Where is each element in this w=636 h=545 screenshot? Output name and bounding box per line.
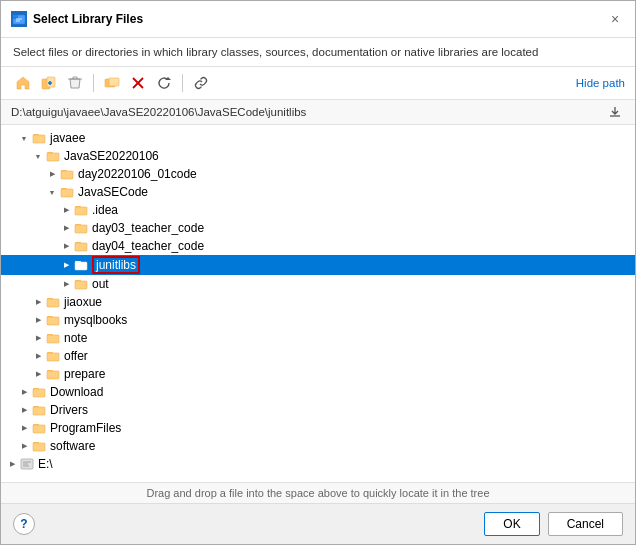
tree-label-prepare: prepare [64, 367, 105, 381]
tree-item-day04_teacher_code[interactable]: day04_teacher_code [1, 237, 635, 255]
path-action-button[interactable] [605, 102, 625, 122]
svg-rect-14 [47, 153, 59, 161]
svg-rect-28 [75, 281, 87, 289]
help-button[interactable]: ? [13, 513, 35, 535]
chevron-out [59, 277, 73, 291]
svg-rect-18 [61, 189, 73, 197]
ok-button[interactable]: OK [484, 512, 539, 536]
svg-rect-12 [33, 135, 45, 143]
chevron-javase20220106 [31, 149, 45, 163]
refresh-button[interactable] [152, 71, 176, 95]
svg-rect-42 [33, 407, 45, 415]
tree-label-programfiles: ProgramFiles [50, 421, 121, 435]
svg-rect-36 [47, 353, 59, 361]
svg-rect-30 [47, 299, 59, 307]
chevron-junitlibs [59, 258, 73, 272]
home-folder-button[interactable] [11, 71, 35, 95]
tree-item-javaee[interactable]: javaee [1, 129, 635, 147]
folder-icon-out [73, 276, 89, 292]
tree-label-day20220106_01code: day20220106_01code [78, 167, 197, 181]
title-bar: Select Library Files × [1, 1, 635, 38]
svg-rect-38 [47, 371, 59, 379]
tree-label-day04_teacher_code: day04_teacher_code [92, 239, 204, 253]
tree-label-day03_teacher_code: day03_teacher_code [92, 221, 204, 235]
svg-rect-34 [47, 335, 59, 343]
folder-icon-eroot [19, 456, 35, 472]
tree-item-idea[interactable]: .idea [1, 201, 635, 219]
chevron-jiaoxue [31, 295, 45, 309]
chevron-javaee [17, 131, 31, 145]
tree-item-out[interactable]: out [1, 275, 635, 293]
tree-item-javase20220106[interactable]: JavaSE20220106 [1, 147, 635, 165]
folder-icon-jiaoxue [45, 294, 61, 310]
tree-item-software[interactable]: software [1, 437, 635, 455]
chevron-day03_teacher_code [59, 221, 73, 235]
dialog-icon [11, 11, 27, 27]
cancel-button[interactable]: Cancel [548, 512, 623, 536]
tree-label-out: out [92, 277, 109, 291]
hide-path-link[interactable]: Hide path [576, 77, 625, 89]
folder-icon-javaee [31, 130, 47, 146]
tree-item-junitlibs[interactable]: junitlibs [1, 255, 635, 275]
svg-rect-16 [61, 171, 73, 179]
tree-label-javaee: javaee [50, 131, 85, 145]
chevron-day04_teacher_code [59, 239, 73, 253]
tree-item-download[interactable]: Download [1, 383, 635, 401]
close-button[interactable]: × [605, 9, 625, 29]
tree-item-jiaoxue[interactable]: jiaoxue [1, 293, 635, 311]
svg-rect-40 [33, 389, 45, 397]
tree-label-jiaoxue: jiaoxue [64, 295, 102, 309]
file-tree: javaee JavaSE20220106 day20220106_01code… [1, 125, 635, 482]
folder-icon-day04_teacher_code [73, 238, 89, 254]
tree-label-download: Download [50, 385, 103, 399]
tree-label-software: software [50, 439, 95, 453]
tree-item-programfiles[interactable]: ProgramFiles [1, 419, 635, 437]
svg-rect-1 [13, 15, 18, 19]
folder-icon-day03_teacher_code [73, 220, 89, 236]
tree-item-eroot[interactable]: E:\ [1, 455, 635, 473]
svg-rect-44 [33, 425, 45, 433]
chevron-javasecode [45, 185, 59, 199]
tree-label-note: note [64, 331, 87, 345]
link-button[interactable] [189, 71, 213, 95]
folder-icon-idea [73, 202, 89, 218]
folder-icon-offer [45, 348, 61, 364]
dialog-description: Select files or directories in which lib… [1, 38, 635, 67]
tree-label-idea: .idea [92, 203, 118, 217]
remove-button[interactable] [126, 71, 150, 95]
tree-item-drivers[interactable]: Drivers [1, 401, 635, 419]
chevron-drivers [17, 403, 31, 417]
folder-icon-junitlibs [73, 257, 89, 273]
chevron-prepare [31, 367, 45, 381]
folder-icon-drivers [31, 402, 47, 418]
toolbar-separator-1 [93, 74, 94, 92]
svg-rect-26 [75, 262, 87, 270]
tree-item-day20220106_01code[interactable]: day20220106_01code [1, 165, 635, 183]
dialog-title: Select Library Files [33, 12, 599, 26]
tree-item-note[interactable]: note [1, 329, 635, 347]
new-folder-button[interactable] [37, 71, 61, 95]
show-hidden-button[interactable] [100, 71, 124, 95]
svg-rect-32 [47, 317, 59, 325]
chevron-programfiles [17, 421, 31, 435]
tree-item-javasecode[interactable]: JavaSECode [1, 183, 635, 201]
folder-icon-programfiles [31, 420, 47, 436]
path-row: D:\atguigu\javaee\JavaSE20220106\JavaSEC… [1, 100, 635, 125]
delete-button[interactable] [63, 71, 87, 95]
tree-item-mysqlbooks[interactable]: mysqlbooks [1, 311, 635, 329]
svg-rect-24 [75, 243, 87, 251]
tree-item-day03_teacher_code[interactable]: day03_teacher_code [1, 219, 635, 237]
folder-icon-download [31, 384, 47, 400]
tree-item-offer[interactable]: offer [1, 347, 635, 365]
tree-label-javasecode: JavaSECode [78, 185, 148, 199]
toolbar-separator-2 [182, 74, 183, 92]
chevron-offer [31, 349, 45, 363]
folder-icon-note [45, 330, 61, 346]
chevron-note [31, 331, 45, 345]
svg-rect-3 [47, 77, 55, 87]
tree-label-javase20220106: JavaSE20220106 [64, 149, 159, 163]
tree-item-prepare[interactable]: prepare [1, 365, 635, 383]
svg-rect-46 [33, 443, 45, 451]
folder-icon-mysqlbooks [45, 312, 61, 328]
svg-rect-20 [75, 207, 87, 215]
